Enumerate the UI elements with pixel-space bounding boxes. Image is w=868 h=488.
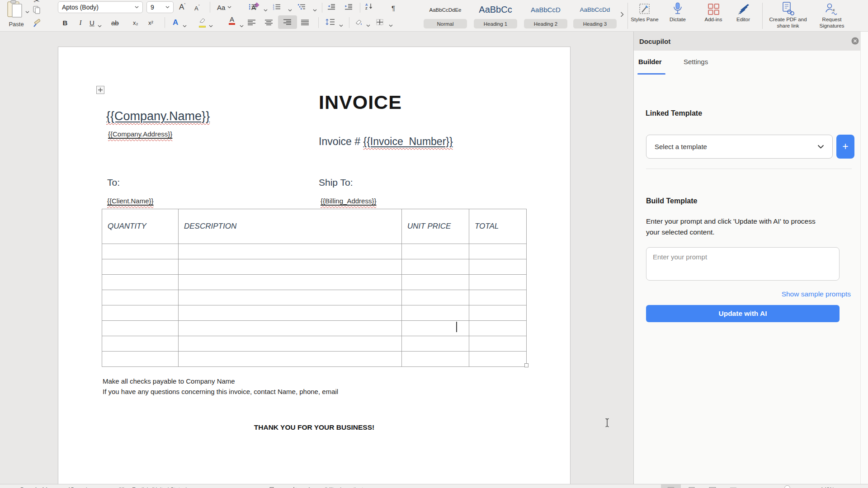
style-normal[interactable]: AaBbCcDdEe Normal [423, 1, 468, 29]
grow-font-button[interactable]: Aˆ [179, 1, 185, 14]
chevron-down-icon[interactable] [209, 21, 213, 29]
microphone-icon [672, 2, 683, 15]
table-row[interactable] [102, 290, 527, 305]
style-heading2[interactable]: AaBbCcD Heading 2 [523, 1, 568, 29]
chevron-down-icon[interactable] [366, 21, 370, 29]
line-spacing-button[interactable] [326, 19, 335, 27]
move-cross-icon [98, 87, 103, 93]
font-name-value: Aptos (Body) [62, 4, 135, 11]
table-row[interactable] [102, 321, 527, 336]
chevron-down-icon[interactable] [183, 21, 187, 29]
text-effects-button[interactable]: A [173, 16, 178, 29]
style-heading3[interactable]: AaBbCcDd Heading 3 [572, 1, 618, 29]
request-signatures-button[interactable]: x Request Signatures [813, 1, 851, 29]
chevron-down-icon[interactable] [240, 21, 244, 29]
subscript-button[interactable]: x₂ [133, 16, 138, 29]
shrink-font-button[interactable]: Aˇ [194, 2, 200, 14]
svg-text:x: x [833, 8, 835, 12]
paint-bucket-icon [354, 19, 363, 25]
cut-button[interactable]: ✂ [33, 0, 40, 5]
invoice-table[interactable]: QUANTITY DESCRIPTION UNIT PRICE TOTAL [102, 209, 527, 367]
font-size-select[interactable]: 9 [146, 1, 174, 13]
table-resize-handle[interactable] [524, 363, 528, 367]
panel-scrollbar-track[interactable] [860, 32, 868, 488]
align-center-button[interactable] [265, 19, 273, 27]
align-right-button-active[interactable] [278, 15, 297, 29]
change-case-button[interactable]: Aa [217, 1, 231, 14]
dictate-button[interactable]: Dictate [662, 1, 693, 23]
decrease-indent-button[interactable] [327, 4, 335, 12]
col-header-unit-price: UNIT PRICE [402, 209, 469, 244]
tab-settings[interactable]: Settings [684, 58, 708, 66]
justify-button[interactable] [301, 19, 309, 27]
table-row[interactable] [102, 275, 527, 290]
panel-header: Docupilot [634, 32, 860, 51]
chevron-down-icon [165, 6, 170, 9]
table-row[interactable] [102, 352, 527, 367]
italic-button[interactable]: I [74, 16, 87, 29]
highlight-color-button[interactable] [199, 17, 206, 28]
copy-button[interactable] [33, 6, 41, 16]
table-row[interactable] [102, 336, 527, 352]
bold-button[interactable]: B [59, 16, 71, 29]
numbered-list-icon: 123 [273, 4, 281, 10]
close-panel-button[interactable] [851, 37, 859, 47]
tab-builder[interactable]: Builder [638, 58, 662, 66]
chevron-down-icon[interactable] [264, 5, 268, 14]
font-color-button[interactable]: A [229, 16, 235, 25]
format-painter-button[interactable] [32, 19, 40, 30]
chevron-down-icon[interactable] [313, 5, 317, 14]
sort-button[interactable]: AZ [365, 3, 373, 12]
paste-button[interactable]: Paste [5, 0, 32, 32]
add-template-button[interactable]: + [836, 135, 854, 159]
font-name-select[interactable]: Aptos (Body) [58, 1, 143, 13]
styles-pane-button[interactable]: Styles Pane [629, 1, 660, 23]
shading-button[interactable] [354, 19, 363, 27]
style-label: Heading 3 [573, 19, 617, 28]
chevron-down-icon[interactable] [288, 5, 292, 14]
i-beam-cursor [604, 418, 610, 429]
chevron-down-icon[interactable] [339, 21, 343, 29]
style-heading1[interactable]: AaBbCc Heading 1 [473, 1, 518, 29]
editor-button[interactable]: Editor [729, 1, 757, 23]
svg-text:3: 3 [273, 8, 274, 10]
table-row[interactable] [102, 259, 527, 275]
client-name-field: {{Client.Name}} [107, 197, 154, 205]
create-pdf-share-link-button[interactable]: Create PDF and share link [766, 1, 810, 29]
pilcrow-button[interactable]: ¶ [392, 1, 395, 14]
align-left-button[interactable] [248, 19, 256, 27]
align-center-icon [265, 19, 273, 25]
multilevel-list-icon [297, 4, 306, 10]
chevron-down-icon[interactable] [389, 21, 393, 29]
font-size-value: 9 [151, 4, 165, 11]
styles-pane-icon [639, 3, 651, 15]
chevron-right-icon [620, 12, 624, 17]
svg-text:Z: Z [365, 6, 368, 10]
format-painter-icon [32, 19, 40, 28]
bullet-list-button[interactable] [249, 4, 257, 12]
invoice-title: INVOICE [319, 91, 402, 113]
styles-overflow-button[interactable] [620, 11, 624, 19]
show-sample-prompts-link[interactable]: Show sample prompts [782, 290, 851, 298]
update-with-ai-button[interactable]: Update with AI [646, 305, 840, 322]
increase-indent-button[interactable] [344, 4, 353, 12]
multilevel-list-button[interactable] [297, 4, 306, 12]
underline-button[interactable]: U [90, 16, 94, 29]
borders-button[interactable] [376, 19, 383, 27]
superscript-button[interactable]: x² [148, 16, 153, 29]
chevron-down-icon [25, 7, 29, 15]
table-row[interactable] [102, 305, 527, 321]
table-row[interactable] [102, 244, 527, 259]
add-ins-icon [708, 3, 720, 15]
table-move-handle[interactable] [96, 86, 104, 94]
strikethrough-button[interactable]: ab [111, 16, 119, 29]
template-select-value: Select a template [655, 143, 817, 150]
zoom-slider-knob[interactable] [784, 485, 790, 488]
add-ins-button[interactable]: Add-ins [699, 1, 727, 23]
template-select[interactable]: Select a template [646, 135, 833, 159]
numbered-list-button[interactable]: 123 [273, 4, 281, 12]
prompt-input[interactable] [646, 247, 840, 281]
chevron-down-icon[interactable] [98, 21, 102, 29]
document-page[interactable]: {{Company.Name}} {{Company.Address}} INV… [58, 47, 571, 488]
line-spacing-icon [326, 19, 335, 25]
